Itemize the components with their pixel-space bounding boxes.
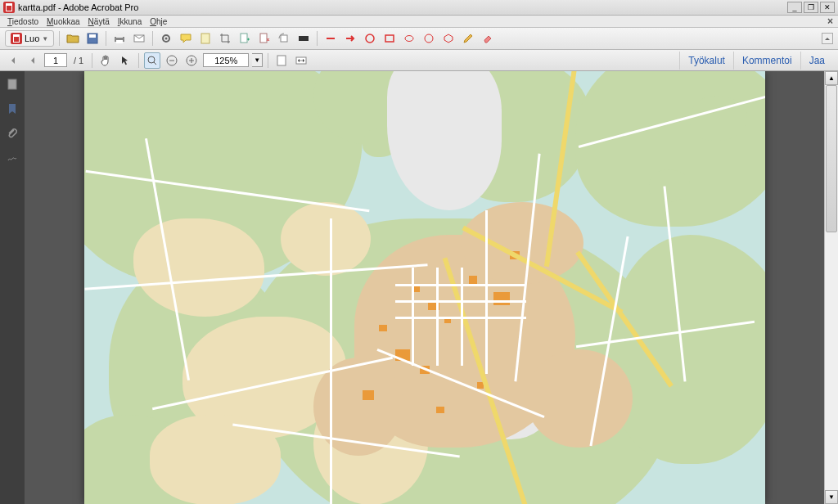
chevron-down-icon: ▼ [42,35,48,43]
page-input[interactable] [44,53,67,67]
document-viewport[interactable] [25,71,824,504]
separator [268,53,268,68]
thumbnails-icon[interactable] [6,78,19,91]
menu-edit[interactable]: Muokkaa [43,17,84,26]
svg-rect-9 [241,34,247,43]
svg-line-19 [154,62,156,65]
circle-tool[interactable] [362,30,378,47]
menu-window[interactable]: Ikkuna [114,17,146,26]
attachments-icon[interactable] [6,127,19,140]
separator [152,31,153,46]
svg-rect-3 [116,34,123,38]
create-label: Luo [25,34,39,43]
window-controls: _ ❐ ✕ [787,2,835,13]
separator [138,53,139,68]
map-document [84,71,765,504]
svg-point-18 [148,56,155,63]
svg-point-14 [366,34,374,43]
navigation-pane [0,71,25,504]
menu-help[interactable]: Ohje [146,17,171,26]
oval-tool[interactable] [421,30,437,47]
maximize-button[interactable]: ❐ [804,2,818,13]
tools-link[interactable]: Työkalut [679,52,733,70]
select-tool[interactable] [117,52,133,69]
svg-rect-27 [8,79,16,89]
menu-view[interactable]: Näytä [84,17,114,26]
toolbar-nav: / 1 ▼ Työkalut Kommentoi Jaa [0,50,838,71]
svg-point-7 [165,38,168,40]
app-icon [3,2,15,13]
svg-rect-11 [281,35,287,42]
minimize-button[interactable]: _ [787,2,802,13]
scroll-track[interactable] [825,85,838,490]
redact-button[interactable] [295,30,312,47]
menu-bar: Tiedosto Muokkaa Näytä Ikkuna Ohje × [0,16,838,28]
polygon-tool[interactable] [440,30,457,47]
hand-tool[interactable] [97,52,114,69]
print-button[interactable] [111,30,128,47]
work-area: ▲ ▼ [0,71,838,504]
fit-width-button[interactable] [293,52,309,69]
svg-rect-4 [116,40,123,43]
share-link[interactable]: Jaa [800,52,833,70]
svg-rect-25 [277,56,286,65]
svg-point-16 [405,36,413,42]
svg-point-17 [425,34,433,43]
scroll-down-button[interactable]: ▼ [825,490,838,504]
pdf-icon [11,33,22,44]
separator [59,31,60,46]
rect-tool[interactable] [381,30,398,47]
toolbar-collapse-button[interactable] [822,33,833,44]
save-button[interactable] [84,30,101,47]
separator [92,53,92,68]
note-button[interactable] [197,30,214,47]
open-button[interactable] [65,30,81,47]
email-button[interactable] [131,30,147,47]
svg-rect-12 [299,36,309,41]
pencil-tool[interactable] [460,30,476,47]
line-tool[interactable] [322,30,339,47]
svg-rect-8 [201,34,210,43]
zoom-dropdown[interactable]: ▼ [252,53,263,67]
scroll-up-button[interactable]: ▲ [825,71,838,85]
comment-link[interactable]: Kommentoi [733,52,800,70]
zoom-input[interactable] [203,53,249,67]
comment-button[interactable] [178,30,194,47]
create-button[interactable]: Luo ▼ [5,30,54,47]
prev-page-button[interactable] [25,52,41,69]
arrow-tool[interactable] [342,30,358,47]
separator [106,31,106,46]
ellipse-fill-tool[interactable] [401,30,417,47]
rotate-button[interactable] [276,30,292,47]
scroll-thumb[interactable] [826,85,837,232]
vertical-scrollbar[interactable]: ▲ ▼ [824,71,838,504]
settings-button[interactable] [158,30,174,47]
window-title: kartta.pdf - Adobe Acrobat Pro [18,2,138,12]
page-delete-button[interactable] [256,30,273,47]
eraser-tool[interactable] [480,30,496,47]
right-panel-links: Työkalut Kommentoi Jaa [679,52,833,70]
svg-rect-15 [385,35,394,42]
zoom-in-button[interactable] [183,52,200,69]
crop-button[interactable] [217,30,233,47]
toolbar-main: Luo ▼ [0,28,838,50]
first-page-button[interactable] [5,52,21,69]
menu-file[interactable]: Tiedosto [3,17,43,26]
separator [317,31,318,46]
zoom-out-button[interactable] [164,52,180,69]
svg-rect-1 [89,34,96,38]
fit-page-button[interactable] [273,52,290,69]
document-close-button[interactable]: × [827,16,838,27]
bookmarks-icon[interactable] [6,102,19,115]
title-bar: kartta.pdf - Adobe Acrobat Pro _ ❐ ✕ [0,0,838,16]
page-insert-button[interactable] [237,30,253,47]
signatures-icon[interactable] [6,151,19,164]
zoom-marquee-button[interactable] [144,52,160,69]
page-total: / 1 [70,56,87,65]
svg-rect-10 [260,34,267,43]
close-button[interactable]: ✕ [820,2,835,13]
